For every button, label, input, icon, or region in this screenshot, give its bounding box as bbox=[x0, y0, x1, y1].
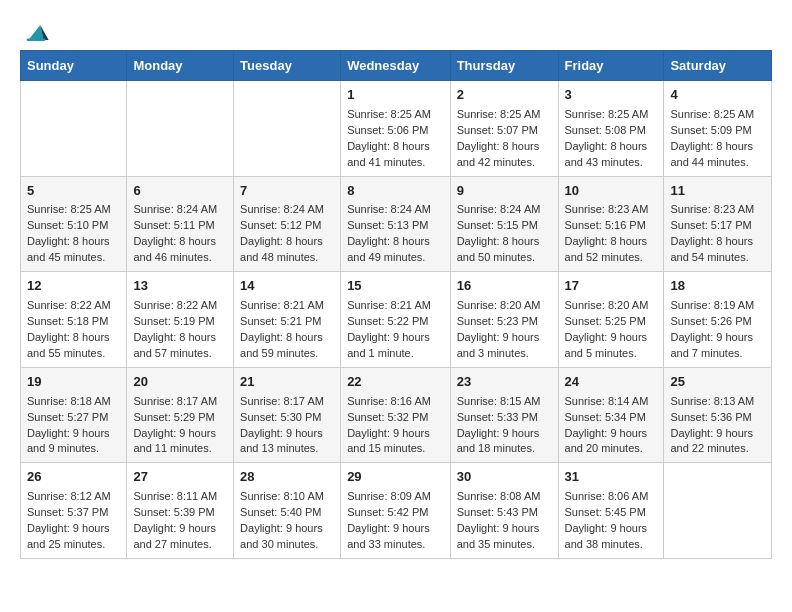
calendar-cell: 16Sunrise: 8:20 AM Sunset: 5:23 PM Dayli… bbox=[450, 272, 558, 368]
day-number: 8 bbox=[347, 182, 444, 201]
weekday-header-monday: Monday bbox=[127, 51, 234, 81]
logo-icon bbox=[20, 16, 52, 44]
header bbox=[20, 16, 772, 44]
day-number: 12 bbox=[27, 277, 120, 296]
day-number: 2 bbox=[457, 86, 552, 105]
day-info: Sunrise: 8:24 AM Sunset: 5:13 PM Dayligh… bbox=[347, 202, 444, 266]
day-info: Sunrise: 8:16 AM Sunset: 5:32 PM Dayligh… bbox=[347, 394, 444, 458]
calendar-table: SundayMondayTuesdayWednesdayThursdayFrid… bbox=[20, 50, 772, 559]
calendar-cell: 14Sunrise: 8:21 AM Sunset: 5:21 PM Dayli… bbox=[234, 272, 341, 368]
day-info: Sunrise: 8:12 AM Sunset: 5:37 PM Dayligh… bbox=[27, 489, 120, 553]
calendar-cell: 12Sunrise: 8:22 AM Sunset: 5:18 PM Dayli… bbox=[21, 272, 127, 368]
day-number: 17 bbox=[565, 277, 658, 296]
day-number: 11 bbox=[670, 182, 765, 201]
calendar-cell: 23Sunrise: 8:15 AM Sunset: 5:33 PM Dayli… bbox=[450, 367, 558, 463]
weekday-header-wednesday: Wednesday bbox=[341, 51, 451, 81]
weekday-header-row: SundayMondayTuesdayWednesdayThursdayFrid… bbox=[21, 51, 772, 81]
calendar-cell: 5Sunrise: 8:25 AM Sunset: 5:10 PM Daylig… bbox=[21, 176, 127, 272]
page: SundayMondayTuesdayWednesdayThursdayFrid… bbox=[0, 0, 792, 569]
calendar-cell: 26Sunrise: 8:12 AM Sunset: 5:37 PM Dayli… bbox=[21, 463, 127, 559]
calendar-cell: 2Sunrise: 8:25 AM Sunset: 5:07 PM Daylig… bbox=[450, 81, 558, 177]
calendar-cell: 30Sunrise: 8:08 AM Sunset: 5:43 PM Dayli… bbox=[450, 463, 558, 559]
calendar-cell: 9Sunrise: 8:24 AM Sunset: 5:15 PM Daylig… bbox=[450, 176, 558, 272]
day-info: Sunrise: 8:25 AM Sunset: 5:07 PM Dayligh… bbox=[457, 107, 552, 171]
day-number: 19 bbox=[27, 373, 120, 392]
day-number: 24 bbox=[565, 373, 658, 392]
day-info: Sunrise: 8:08 AM Sunset: 5:43 PM Dayligh… bbox=[457, 489, 552, 553]
day-number: 7 bbox=[240, 182, 334, 201]
day-info: Sunrise: 8:17 AM Sunset: 5:30 PM Dayligh… bbox=[240, 394, 334, 458]
day-info: Sunrise: 8:20 AM Sunset: 5:23 PM Dayligh… bbox=[457, 298, 552, 362]
calendar-cell bbox=[127, 81, 234, 177]
day-info: Sunrise: 8:25 AM Sunset: 5:06 PM Dayligh… bbox=[347, 107, 444, 171]
logo bbox=[20, 16, 56, 44]
calendar-body: 1Sunrise: 8:25 AM Sunset: 5:06 PM Daylig… bbox=[21, 81, 772, 559]
day-number: 29 bbox=[347, 468, 444, 487]
day-info: Sunrise: 8:19 AM Sunset: 5:26 PM Dayligh… bbox=[670, 298, 765, 362]
day-number: 21 bbox=[240, 373, 334, 392]
day-info: Sunrise: 8:21 AM Sunset: 5:21 PM Dayligh… bbox=[240, 298, 334, 362]
day-info: Sunrise: 8:17 AM Sunset: 5:29 PM Dayligh… bbox=[133, 394, 227, 458]
calendar-cell bbox=[234, 81, 341, 177]
day-number: 28 bbox=[240, 468, 334, 487]
day-info: Sunrise: 8:23 AM Sunset: 5:16 PM Dayligh… bbox=[565, 202, 658, 266]
week-row-1: 1Sunrise: 8:25 AM Sunset: 5:06 PM Daylig… bbox=[21, 81, 772, 177]
day-number: 9 bbox=[457, 182, 552, 201]
day-number: 31 bbox=[565, 468, 658, 487]
day-info: Sunrise: 8:20 AM Sunset: 5:25 PM Dayligh… bbox=[565, 298, 658, 362]
calendar-header: SundayMondayTuesdayWednesdayThursdayFrid… bbox=[21, 51, 772, 81]
day-number: 30 bbox=[457, 468, 552, 487]
svg-rect-2 bbox=[27, 38, 46, 41]
weekday-header-friday: Friday bbox=[558, 51, 664, 81]
day-info: Sunrise: 8:24 AM Sunset: 5:15 PM Dayligh… bbox=[457, 202, 552, 266]
day-number: 14 bbox=[240, 277, 334, 296]
calendar-cell: 20Sunrise: 8:17 AM Sunset: 5:29 PM Dayli… bbox=[127, 367, 234, 463]
day-number: 3 bbox=[565, 86, 658, 105]
calendar-cell: 1Sunrise: 8:25 AM Sunset: 5:06 PM Daylig… bbox=[341, 81, 451, 177]
day-info: Sunrise: 8:14 AM Sunset: 5:34 PM Dayligh… bbox=[565, 394, 658, 458]
day-number: 27 bbox=[133, 468, 227, 487]
week-row-3: 12Sunrise: 8:22 AM Sunset: 5:18 PM Dayli… bbox=[21, 272, 772, 368]
weekday-header-saturday: Saturday bbox=[664, 51, 772, 81]
calendar-cell: 7Sunrise: 8:24 AM Sunset: 5:12 PM Daylig… bbox=[234, 176, 341, 272]
weekday-header-tuesday: Tuesday bbox=[234, 51, 341, 81]
week-row-5: 26Sunrise: 8:12 AM Sunset: 5:37 PM Dayli… bbox=[21, 463, 772, 559]
day-number: 18 bbox=[670, 277, 765, 296]
calendar-cell: 15Sunrise: 8:21 AM Sunset: 5:22 PM Dayli… bbox=[341, 272, 451, 368]
calendar-cell: 13Sunrise: 8:22 AM Sunset: 5:19 PM Dayli… bbox=[127, 272, 234, 368]
calendar-cell: 27Sunrise: 8:11 AM Sunset: 5:39 PM Dayli… bbox=[127, 463, 234, 559]
calendar-cell: 11Sunrise: 8:23 AM Sunset: 5:17 PM Dayli… bbox=[664, 176, 772, 272]
week-row-4: 19Sunrise: 8:18 AM Sunset: 5:27 PM Dayli… bbox=[21, 367, 772, 463]
calendar-cell: 25Sunrise: 8:13 AM Sunset: 5:36 PM Dayli… bbox=[664, 367, 772, 463]
day-info: Sunrise: 8:09 AM Sunset: 5:42 PM Dayligh… bbox=[347, 489, 444, 553]
day-number: 25 bbox=[670, 373, 765, 392]
calendar-cell: 24Sunrise: 8:14 AM Sunset: 5:34 PM Dayli… bbox=[558, 367, 664, 463]
calendar-cell: 17Sunrise: 8:20 AM Sunset: 5:25 PM Dayli… bbox=[558, 272, 664, 368]
day-number: 6 bbox=[133, 182, 227, 201]
day-info: Sunrise: 8:22 AM Sunset: 5:19 PM Dayligh… bbox=[133, 298, 227, 362]
day-info: Sunrise: 8:18 AM Sunset: 5:27 PM Dayligh… bbox=[27, 394, 120, 458]
day-info: Sunrise: 8:25 AM Sunset: 5:08 PM Dayligh… bbox=[565, 107, 658, 171]
day-info: Sunrise: 8:23 AM Sunset: 5:17 PM Dayligh… bbox=[670, 202, 765, 266]
day-info: Sunrise: 8:25 AM Sunset: 5:10 PM Dayligh… bbox=[27, 202, 120, 266]
day-number: 20 bbox=[133, 373, 227, 392]
day-info: Sunrise: 8:24 AM Sunset: 5:11 PM Dayligh… bbox=[133, 202, 227, 266]
day-info: Sunrise: 8:25 AM Sunset: 5:09 PM Dayligh… bbox=[670, 107, 765, 171]
calendar-cell: 28Sunrise: 8:10 AM Sunset: 5:40 PM Dayli… bbox=[234, 463, 341, 559]
day-info: Sunrise: 8:24 AM Sunset: 5:12 PM Dayligh… bbox=[240, 202, 334, 266]
calendar-cell: 29Sunrise: 8:09 AM Sunset: 5:42 PM Dayli… bbox=[341, 463, 451, 559]
day-number: 4 bbox=[670, 86, 765, 105]
day-info: Sunrise: 8:10 AM Sunset: 5:40 PM Dayligh… bbox=[240, 489, 334, 553]
day-number: 26 bbox=[27, 468, 120, 487]
day-number: 16 bbox=[457, 277, 552, 296]
day-info: Sunrise: 8:11 AM Sunset: 5:39 PM Dayligh… bbox=[133, 489, 227, 553]
week-row-2: 5Sunrise: 8:25 AM Sunset: 5:10 PM Daylig… bbox=[21, 176, 772, 272]
calendar-cell: 22Sunrise: 8:16 AM Sunset: 5:32 PM Dayli… bbox=[341, 367, 451, 463]
day-info: Sunrise: 8:13 AM Sunset: 5:36 PM Dayligh… bbox=[670, 394, 765, 458]
day-number: 1 bbox=[347, 86, 444, 105]
day-number: 13 bbox=[133, 277, 227, 296]
calendar-cell: 18Sunrise: 8:19 AM Sunset: 5:26 PM Dayli… bbox=[664, 272, 772, 368]
calendar-cell bbox=[21, 81, 127, 177]
day-number: 10 bbox=[565, 182, 658, 201]
calendar-cell: 6Sunrise: 8:24 AM Sunset: 5:11 PM Daylig… bbox=[127, 176, 234, 272]
